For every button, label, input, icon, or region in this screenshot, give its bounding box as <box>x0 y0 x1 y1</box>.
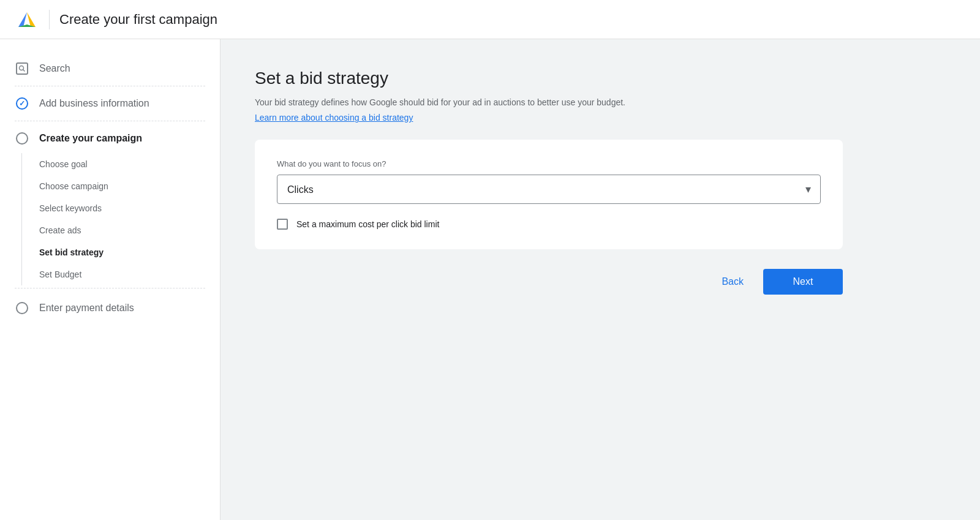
logo <box>15 7 39 32</box>
focus-select-wrapper: Clicks Impressions Conversions Target im… <box>277 175 821 204</box>
back-button[interactable]: Back <box>712 270 753 293</box>
focus-field-label: What do you want to focus on? <box>277 159 821 168</box>
page-description: Your bid strategy defines how Google sho… <box>255 96 946 109</box>
empty-circle-icon <box>15 131 29 146</box>
circle-empty <box>16 132 28 145</box>
search-box-icon <box>15 61 29 76</box>
search-inner-icon <box>18 65 26 72</box>
sidebar-item-payment-label: Enter payment details <box>39 303 134 314</box>
next-button[interactable]: Next <box>763 269 843 295</box>
max-cpc-label: Set a maximum cost per click bid limit <box>296 219 439 229</box>
sidebar-subitems: Choose goal Choose campaign Select keywo… <box>0 153 220 285</box>
sidebar-subitem-create-ads[interactable]: Create ads <box>39 219 220 241</box>
sidebar-item-search[interactable]: Search <box>0 54 220 83</box>
sidebar-item-campaign-label: Create your campaign <box>39 133 142 144</box>
max-cpc-checkbox[interactable] <box>277 219 288 230</box>
sidebar-item-create-campaign[interactable]: Create your campaign <box>0 124 220 153</box>
main-layout: Search ✓ Add business information Create… <box>0 39 980 520</box>
payment-circle-icon <box>15 301 29 315</box>
sidebar-subitem-set-bid-strategy[interactable]: Set bid strategy <box>39 241 220 263</box>
sidebar-subitem-select-keywords[interactable]: Select keywords <box>39 197 220 219</box>
check-circle-icon: ✓ <box>15 96 29 111</box>
circle-empty-payment <box>16 302 28 314</box>
page-title: Set a bid strategy <box>255 69 946 88</box>
max-cpc-checkbox-row[interactable]: Set a maximum cost per click bid limit <box>277 219 821 230</box>
sidebar-subitem-set-budget[interactable]: Set Budget <box>39 263 220 285</box>
sidebar-separator-3 <box>15 288 205 288</box>
header: Create your first campaign <box>0 0 980 39</box>
sidebar-item-add-business[interactable]: ✓ Add business information <box>0 89 220 118</box>
check-icon: ✓ <box>16 97 28 110</box>
header-title: Create your first campaign <box>59 12 217 28</box>
footer-buttons: Back Next <box>255 269 843 295</box>
sidebar-separator-1 <box>15 86 205 86</box>
sidebar-separator-2 <box>15 121 205 121</box>
sidebar: Search ✓ Add business information Create… <box>0 39 221 520</box>
sidebar-subitem-choose-goal[interactable]: Choose goal <box>39 153 220 175</box>
bid-strategy-card: What do you want to focus on? Clicks Imp… <box>255 140 843 249</box>
svg-point-1 <box>20 66 24 70</box>
sidebar-item-payment[interactable]: Enter payment details <box>0 293 220 323</box>
focus-select[interactable]: Clicks Impressions Conversions Target im… <box>277 175 821 204</box>
sidebar-item-business-label: Add business information <box>39 98 149 109</box>
header-divider <box>49 10 50 29</box>
content-area: Set a bid strategy Your bid strategy def… <box>221 39 980 520</box>
sidebar-item-search-label: Search <box>39 63 70 74</box>
google-ads-logo-icon <box>15 7 39 32</box>
sidebar-subitem-choose-campaign[interactable]: Choose campaign <box>39 175 220 197</box>
learn-more-link[interactable]: Learn more about choosing a bid strategy <box>255 113 413 122</box>
svg-line-2 <box>23 70 25 72</box>
